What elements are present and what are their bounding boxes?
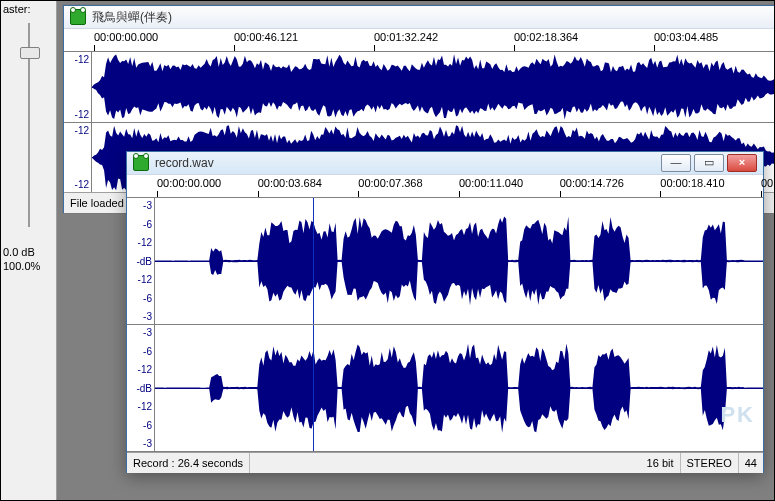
ruler-tick: 00:00:18.410: [660, 177, 724, 189]
ruler-tick: 00:01:32.242: [374, 31, 438, 43]
rec-title: record.wav: [155, 156, 655, 170]
bg-status-left: File loaded: [64, 193, 131, 213]
ruler-tick: 00:00:03.684: [258, 177, 322, 189]
master-db: 0.0 dB: [3, 245, 56, 259]
rec-waveform-right[interactable]: [155, 325, 763, 451]
minimize-button[interactable]: —: [661, 154, 691, 172]
playback-cursor[interactable]: [313, 325, 314, 451]
rec-wave-svg-r: [155, 325, 763, 451]
ruler-tick: 00:00:00.000: [157, 177, 221, 189]
bg-db-scale-right: -12-12: [64, 123, 92, 193]
ruler-tick: 00:00:46.121: [234, 31, 298, 43]
app-icon: [70, 9, 86, 25]
bg-wave-svg-l: [92, 52, 775, 122]
app-stage: aster: 0.0 dB 100.0% 飛鳥與蟬(伴奏) 00:00:00.0…: [0, 0, 775, 501]
bg-titlebar[interactable]: 飛鳥與蟬(伴奏): [64, 6, 775, 29]
close-button[interactable]: ×: [727, 154, 757, 172]
rec-status-left: Record : 26.4 seconds: [127, 453, 250, 473]
rec-status-bits: 16 bit: [641, 453, 681, 473]
ruler-tick: 00:02:18.364: [514, 31, 578, 43]
ruler-tick: 00:00:14.726: [560, 177, 624, 189]
rec-statusbar: Record : 26.4 seconds 16 bit STEREO 44: [127, 452, 763, 473]
ruler-tick: 00:00:22.092: [761, 177, 775, 189]
bg-time-ruler[interactable]: 00:00:00.00000:00:46.12100:01:32.24200:0…: [64, 29, 775, 52]
bg-db-scale-left: -12-12: [64, 52, 92, 122]
maximize-button[interactable]: ▭: [694, 154, 724, 172]
ruler-tick: 00:03:04.485: [654, 31, 718, 43]
ruler-tick: 00:00:00.000: [94, 31, 158, 43]
master-readout: 0.0 dB 100.0%: [1, 245, 56, 273]
rec-time-ruler[interactable]: 00:00:00.00000:00:03.68400:00:07.36800:0…: [127, 175, 763, 198]
rec-waveform-left[interactable]: [155, 198, 763, 324]
rec-wave-svg-l: [155, 198, 763, 324]
rec-db-scale-left: -3-6-12-dB-12-6-3: [127, 198, 155, 324]
rec-titlebar[interactable]: record.wav — ▭ ×: [127, 152, 763, 175]
rec-status-chan: STEREO: [681, 453, 739, 473]
ruler-tick: 00:00:07.368: [358, 177, 422, 189]
master-panel: aster: 0.0 dB 100.0%: [1, 1, 57, 501]
bg-waveform-left[interactable]: [92, 52, 775, 122]
playback-cursor[interactable]: [313, 198, 314, 324]
master-pct: 100.0%: [3, 259, 56, 273]
slider-thumb[interactable]: [20, 47, 40, 59]
app-icon: [133, 155, 149, 171]
master-volume-slider[interactable]: [16, 19, 42, 239]
ruler-tick: 00:00:11.040: [459, 177, 523, 189]
rec-db-scale-right: -3-6-12-dB-12-6-3: [127, 325, 155, 451]
wave-window-record[interactable]: record.wav — ▭ × 00:00:00.00000:00:03.68…: [126, 151, 764, 473]
rec-status-rate: 44: [739, 453, 763, 473]
master-label: aster:: [1, 1, 56, 15]
bg-title: 飛鳥與蟬(伴奏): [92, 9, 775, 26]
